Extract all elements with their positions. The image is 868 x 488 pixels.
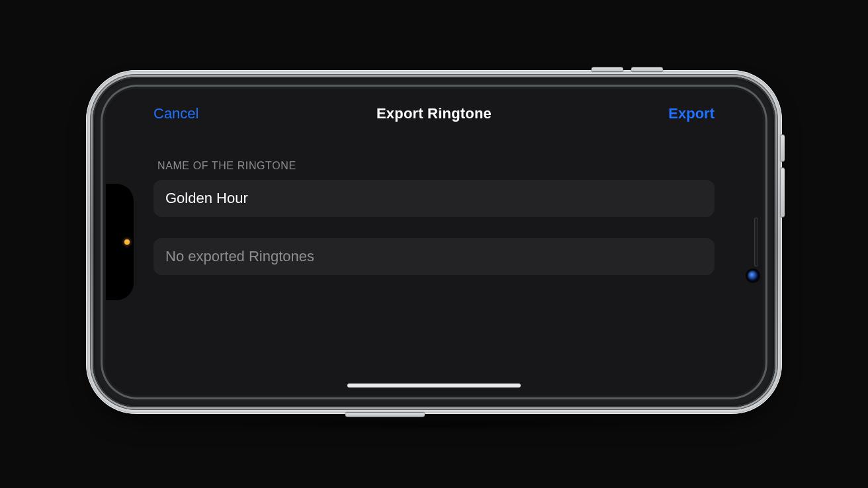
front-camera-lens-icon [748,270,758,281]
exported-ringtones-empty-cell: No exported Ringtones [153,238,715,275]
modal-navbar: Cancel Export Ringtone Export [106,90,762,138]
front-camera-module [744,192,762,292]
ringtone-name-cell[interactable] [153,180,715,217]
notch [106,184,134,300]
ringtone-name-input[interactable] [165,190,703,207]
side-button-edge-2 [631,67,663,71]
volume-down-button-edge [781,168,785,217]
exported-ringtones-empty-label: No exported Ringtones [165,248,314,265]
phone-device-frame: Cancel Export Ringtone Export NAME OF TH… [86,70,782,414]
device-shadow [163,418,705,431]
home-indicator[interactable] [347,384,521,387]
phone-screen: Cancel Export Ringtone Export NAME OF TH… [106,90,762,394]
modal-content: NAME OF THE RINGTONE No exported Rington… [106,138,762,275]
bottom-speaker-edge [345,413,425,417]
cancel-button[interactable]: Cancel [153,105,198,122]
export-button[interactable]: Export [668,105,715,122]
export-ringtone-modal: Cancel Export Ringtone Export NAME OF TH… [106,90,762,394]
ringtone-name-section-header: NAME OF THE RINGTONE [157,160,712,172]
recording-indicator-dot-icon [124,239,130,245]
modal-title: Export Ringtone [376,105,492,122]
side-button-edge [591,67,623,71]
volume-up-button-edge [781,135,785,161]
